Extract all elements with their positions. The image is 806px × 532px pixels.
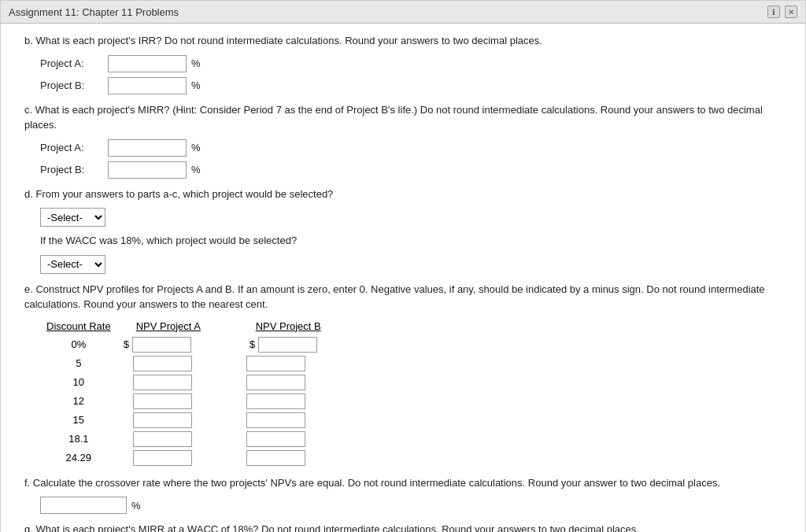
section-c-project-b-unit: %	[191, 164, 201, 175]
section-c-project-b-label: Project B:	[40, 164, 103, 175]
npv-b-input-6[interactable]	[246, 450, 305, 466]
npv-b-cell	[243, 354, 338, 373]
npv-table-header: Discount Rate NPV Project A NPV Project …	[40, 319, 338, 335]
rate-cell: 24.29	[40, 449, 117, 467]
rate-cell: 5	[40, 354, 117, 373]
dollar-sign-a: $	[124, 338, 129, 350]
rate-cell: 15	[40, 411, 117, 430]
npv-a-input-0[interactable]	[132, 337, 191, 353]
npv-b-cell	[243, 392, 338, 411]
col-npv-b: NPV Project B	[243, 319, 338, 335]
npv-table: Discount Rate NPV Project A NPV Project …	[40, 319, 338, 467]
col-npv-a: NPV Project A	[117, 319, 243, 335]
npv-a-input-4[interactable]	[133, 412, 192, 428]
npv-b-cell: $	[243, 335, 338, 354]
section-g-text: g. What is each project's MIRR at a WACC…	[24, 522, 782, 532]
section-b-project-a-label: Project A:	[40, 57, 103, 69]
npv-b-input-2[interactable]	[246, 375, 305, 390]
table-row: 24.29	[40, 449, 338, 467]
npv-a-input-3[interactable]	[133, 393, 192, 409]
section-b: b. What is each project's IRR? Do not ro…	[24, 33, 782, 94]
section-f-text: f. Calculate the crossover rate where th…	[24, 475, 782, 491]
table-row: 0% $ $	[40, 335, 338, 354]
table-row: 10	[40, 373, 338, 392]
npv-a-input-5[interactable]	[133, 431, 192, 447]
npv-a-cell	[117, 392, 243, 411]
title-bar: Assignment 11: Chapter 11 Problems ℹ ✕	[1, 1, 805, 24]
npv-a-input-6[interactable]	[133, 450, 192, 466]
table-row: 12	[40, 392, 338, 411]
npv-b-input-1[interactable]	[246, 356, 305, 371]
section-e-table-container: Discount Rate NPV Project A NPV Project …	[40, 319, 782, 467]
npv-b-cell	[243, 411, 338, 430]
section-b-project-a-unit: %	[191, 57, 201, 69]
rate-cell: 10	[40, 373, 117, 392]
section-b-project-a-input[interactable]	[108, 55, 187, 72]
dollar-sign-b: $	[250, 338, 255, 350]
table-row: 5	[40, 354, 338, 373]
section-c-project-a-row: Project A: %	[40, 139, 782, 157]
section-f-input-row: %	[40, 497, 782, 514]
table-row: 15	[40, 411, 338, 430]
info-button[interactable]: ℹ	[767, 6, 780, 18]
section-c-project-b-row: Project B: %	[40, 161, 782, 179]
npv-b-input-0[interactable]	[258, 337, 317, 353]
section-b-project-b-row: Project B: %	[40, 77, 782, 94]
section-b-project-b-label: Project B:	[40, 79, 103, 91]
npv-a-input-2[interactable]	[133, 375, 192, 390]
title-bar-controls: ℹ ✕	[767, 6, 797, 18]
rate-cell: 12	[40, 392, 117, 411]
section-f-unit: %	[131, 500, 141, 512]
section-d-text: d. From your answers to parts a-c, which…	[24, 187, 782, 202]
main-window: Assignment 11: Chapter 11 Problems ℹ ✕ b…	[0, 0, 806, 532]
section-c: c. What is each project's MIRR? (Hint: C…	[24, 102, 782, 179]
section-d-select1[interactable]: -Select- Project A Project B	[40, 208, 105, 227]
col-discount-rate: Discount Rate	[40, 319, 117, 335]
section-d: d. From your answers to parts a-c, which…	[24, 187, 782, 274]
section-c-text: c. What is each project's MIRR? (Hint: C…	[24, 102, 782, 133]
npv-b-cell	[243, 449, 338, 467]
section-b-project-b-input[interactable]	[108, 77, 187, 94]
section-f: f. Calculate the crossover rate where th…	[24, 475, 782, 515]
section-d-wacc-text: If the WACC was 18%, which project would…	[40, 233, 782, 249]
section-d-select2[interactable]: -Select- Project A Project B	[40, 255, 105, 274]
section-d-select1-container: -Select- Project A Project B	[40, 208, 782, 227]
npv-b-cell	[243, 430, 338, 449]
npv-a-cell	[117, 354, 243, 373]
section-c-project-a-label: Project A:	[40, 142, 103, 153]
npv-a-cell	[117, 411, 243, 430]
rate-cell: 0%	[40, 335, 117, 354]
window-title: Assignment 11: Chapter 11 Problems	[9, 6, 179, 18]
npv-a-cell	[117, 373, 243, 392]
section-c-project-a-unit: %	[191, 142, 201, 153]
table-row: 18.1	[40, 430, 338, 449]
npv-a-input-1[interactable]	[133, 356, 192, 371]
content-area: b. What is each project's IRR? Do not ro…	[1, 24, 805, 532]
section-b-project-b-unit: %	[191, 79, 201, 91]
section-d-select2-container: -Select- Project A Project B	[40, 255, 782, 274]
section-c-project-a-input[interactable]	[108, 139, 187, 157]
section-f-input[interactable]	[40, 497, 127, 514]
section-e: e. Construct NPV profiles for Projects A…	[24, 282, 782, 467]
npv-b-input-3[interactable]	[246, 393, 305, 409]
section-c-project-b-input[interactable]	[108, 161, 187, 179]
section-b-project-a-row: Project A: %	[40, 55, 782, 72]
close-button[interactable]: ✕	[785, 6, 797, 18]
section-b-text: b. What is each project's IRR? Do not ro…	[24, 33, 782, 49]
npv-a-cell: $	[117, 335, 243, 354]
section-e-text: e. Construct NPV profiles for Projects A…	[24, 282, 782, 312]
npv-b-input-4[interactable]	[246, 412, 305, 428]
rate-cell: 18.1	[40, 430, 117, 449]
npv-b-input-5[interactable]	[246, 431, 305, 447]
npv-b-cell	[243, 373, 338, 392]
npv-a-cell	[117, 430, 243, 449]
section-g: g. What is each project's MIRR at a WACC…	[24, 522, 782, 532]
npv-a-cell	[117, 449, 243, 467]
